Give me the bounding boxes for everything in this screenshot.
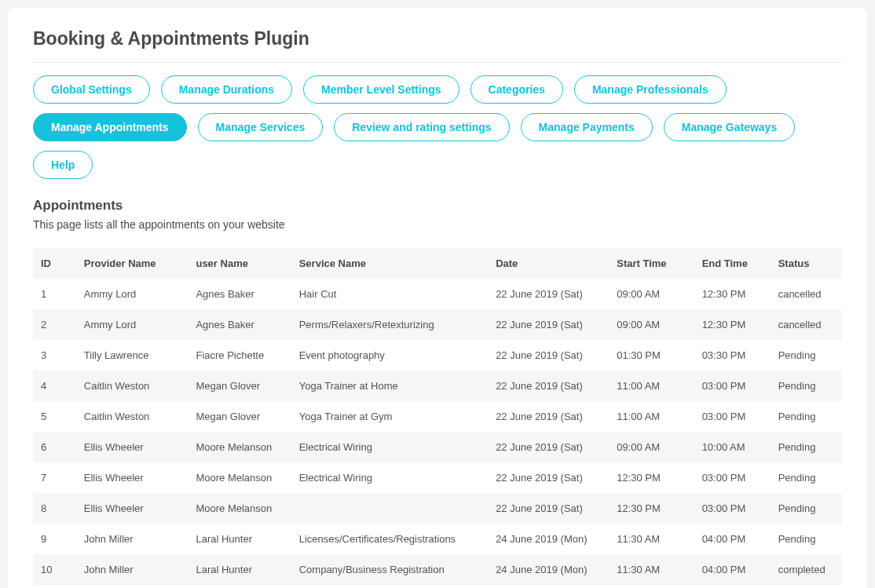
column-header-id[interactable]: ID (33, 248, 76, 279)
cell-provider: Ellis Wheeler (76, 462, 189, 493)
cell-start-time: 11:30 AM (609, 554, 694, 585)
column-header-service[interactable]: Service Name (291, 248, 488, 279)
cell-provider: Ellis Wheeler (76, 432, 189, 462)
tab-manage-services[interactable]: Manage Services (198, 113, 324, 141)
cell-id: 8 (33, 493, 76, 524)
cell-provider: John Miller (76, 524, 189, 554)
cell-date: 22 June 2019 (Sat) (488, 462, 609, 493)
table-row[interactable]: 1Ammy LordAgnes BakerHair Cut22 June 201… (33, 279, 842, 309)
cell-id: 2 (33, 309, 76, 340)
tab-help[interactable]: Help (33, 151, 93, 179)
cell-date: 22 June 2019 (Sat) (488, 401, 609, 432)
table-row[interactable]: 5Caitlin WestonMegan GloverYoga Trainer … (33, 401, 842, 432)
cell-end-time: 10:00 AM (694, 432, 771, 462)
cell-date: 22 June 2019 (Sat) (488, 279, 609, 309)
section-title: Appointments (33, 198, 842, 214)
table-row[interactable]: 2Ammy LordAgnes BakerPerms/Relaxers/Rete… (33, 309, 842, 340)
cell-end-time: 04:00 PM (694, 554, 771, 585)
column-header-provider[interactable]: Provider Name (76, 248, 189, 279)
cell-end-time: 03:00 PM (694, 462, 771, 493)
cell-id: 6 (33, 432, 76, 462)
cell-status: Pending (771, 524, 842, 554)
column-header-start-time[interactable]: Start Time (609, 248, 694, 279)
cell-user: Megan Glover (188, 401, 291, 432)
cell-status: Pending (771, 340, 842, 371)
column-header-user[interactable]: user Name (188, 248, 291, 279)
cell-start-time: 09:00 AM (609, 432, 694, 462)
tab-global-settings[interactable]: Global Settings (33, 75, 150, 104)
cell-id: 1 (33, 279, 76, 309)
table-header-row: ID Provider Name user Name Service Name … (33, 248, 842, 279)
cell-end-time: 03:00 PM (694, 493, 771, 524)
cell-user: Laral Hunter (188, 554, 291, 585)
table-row[interactable]: 7Ellis WheelerMoore MelansonElectrical W… (33, 462, 842, 493)
table-row[interactable]: 6Ellis WheelerMoore MelansonElectrical W… (33, 432, 842, 462)
table-row[interactable]: 9John MillerLaral HunterLicenses/Certifi… (33, 524, 842, 554)
cell-service: Event photography (291, 340, 488, 371)
cell-user: Laral Hunter (188, 524, 291, 554)
cell-date: 24 June 2019 (Mon) (488, 554, 609, 585)
cell-start-time: 09:00 AM (609, 279, 694, 309)
cell-id: 5 (33, 401, 76, 432)
cell-provider: Caitlin Weston (76, 401, 189, 432)
cell-service: Yoga Trainer at Home (291, 371, 488, 401)
cell-start-time: 12:30 PM (609, 493, 694, 524)
cell-user: Megan Glover (188, 371, 291, 401)
cell-status: Pending (771, 371, 842, 401)
cell-service: Yoga Trainer at Gym (291, 401, 488, 432)
cell-id: 10 (33, 554, 76, 585)
cell-end-time: 04:00 PM (694, 524, 771, 554)
cell-start-time: 11:00 AM (609, 371, 694, 401)
cell-status: Pending (771, 462, 842, 493)
cell-user: Agnes Baker (188, 309, 291, 340)
tab-review-rating-settings[interactable]: Review and rating settings (334, 113, 509, 141)
cell-provider: Ammy Lord (76, 279, 189, 309)
cell-id: 7 (33, 462, 76, 493)
tabs-bar: Global SettingsManage DurationsMember Le… (33, 75, 842, 179)
cell-end-time: 12:30 PM (694, 279, 771, 309)
cell-user: Fiacre Pichette (188, 340, 291, 371)
cell-start-time: 09:00 AM (609, 309, 694, 340)
table-row[interactable]: 4Caitlin WestonMegan GloverYoga Trainer … (33, 371, 842, 401)
cell-end-time: 03:00 PM (694, 401, 771, 432)
cell-provider: John Miller (76, 554, 189, 585)
cell-date: 22 June 2019 (Sat) (488, 340, 609, 371)
cell-user: Moore Melanson (188, 462, 291, 493)
tab-manage-appointments[interactable]: Manage Appointments (33, 113, 187, 141)
tab-categories[interactable]: Categories (470, 75, 563, 104)
cell-user: Moore Melanson (188, 493, 291, 524)
page-title: Booking & Appointments Plugin (33, 28, 842, 63)
section-description: This page lists all the appointments on … (33, 218, 842, 231)
cell-service: Electrical Wiring (291, 432, 488, 462)
cell-provider: Ammy Lord (76, 309, 189, 340)
tab-manage-professionals[interactable]: Manage Professionals (574, 75, 727, 104)
cell-id: 9 (33, 524, 76, 554)
cell-date: 22 June 2019 (Sat) (488, 371, 609, 401)
tab-manage-payments[interactable]: Manage Payments (521, 113, 653, 141)
cell-status: cancelled (771, 279, 842, 309)
cell-date: 22 June 2019 (Sat) (488, 432, 609, 462)
cell-service: Perms/Relaxers/Retexturizing (291, 309, 488, 340)
cell-service: Electrical Wiring (291, 462, 488, 493)
column-header-end-time[interactable]: End Time (694, 248, 771, 279)
tab-manage-gateways[interactable]: Manage Gateways (664, 113, 795, 141)
cell-provider: Tilly Lawrence (76, 340, 189, 371)
cell-status: Pending (771, 493, 842, 524)
cell-start-time: 11:30 AM (609, 524, 694, 554)
table-row[interactable]: 3Tilly LawrenceFiacre PichetteEvent phot… (33, 340, 842, 371)
cell-service: Licenses/Certificates/Registrations (291, 524, 488, 554)
tab-manage-durations[interactable]: Manage Durations (161, 75, 292, 104)
tab-member-level-settings[interactable]: Member Level Settings (303, 75, 459, 104)
table-row[interactable]: 8Ellis WheelerMoore Melanson22 June 2019… (33, 493, 842, 524)
column-header-date[interactable]: Date (488, 248, 609, 279)
cell-status: completed (771, 554, 842, 585)
cell-id: 4 (33, 371, 76, 401)
cell-service (291, 493, 488, 524)
cell-start-time: 11:00 AM (609, 401, 694, 432)
column-header-status[interactable]: Status (771, 248, 842, 279)
cell-provider: Ellis Wheeler (76, 493, 189, 524)
cell-end-time: 03:30 PM (694, 340, 771, 371)
appointments-table: ID Provider Name user Name Service Name … (33, 248, 842, 585)
cell-provider: Caitlin Weston (76, 371, 189, 401)
table-row[interactable]: 10John MillerLaral HunterCompany/Busines… (33, 554, 842, 585)
